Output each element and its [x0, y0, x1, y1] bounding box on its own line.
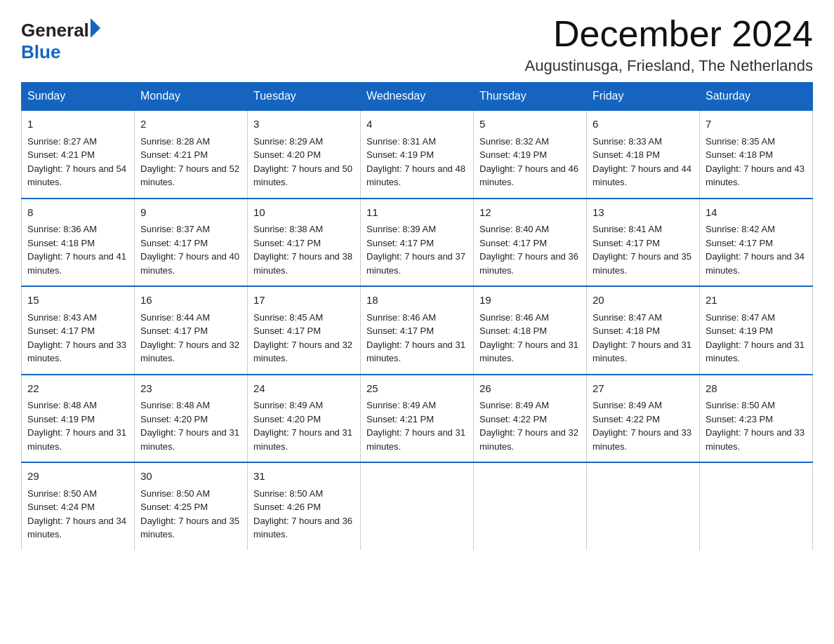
sunset-info: Sunset: 4:18 PM	[479, 326, 547, 336]
daylight-info: Daylight: 7 hours and 40 minutes.	[140, 251, 239, 276]
sunrise-info: Sunrise: 8:47 AM	[706, 312, 775, 323]
day-cell-11: 11Sunrise: 8:39 AMSunset: 4:17 PMDayligh…	[361, 199, 474, 287]
sunset-info: Sunset: 4:20 PM	[253, 414, 321, 424]
daylight-info: Daylight: 7 hours and 33 minutes.	[706, 427, 805, 452]
sunrise-info: Sunrise: 8:44 AM	[140, 312, 210, 323]
daylight-info: Daylight: 7 hours and 31 minutes.	[479, 340, 578, 364]
sunrise-info: Sunrise: 8:49 AM	[593, 400, 662, 410]
sunrise-info: Sunrise: 8:50 AM	[253, 488, 323, 499]
sunset-info: Sunset: 4:19 PM	[27, 414, 95, 424]
day-number: 28	[706, 381, 807, 397]
daylight-info: Daylight: 7 hours and 36 minutes.	[479, 251, 578, 276]
sunset-info: Sunset: 4:26 PM	[253, 502, 321, 512]
logo: General Blue	[21, 20, 100, 63]
sunrise-info: Sunrise: 8:32 AM	[479, 136, 549, 147]
daylight-info: Daylight: 7 hours and 31 minutes.	[140, 427, 239, 452]
daylight-info: Daylight: 7 hours and 48 minutes.	[366, 163, 465, 188]
weekday-header-sunday: Sunday	[22, 83, 135, 111]
week-row-2: 8Sunrise: 8:36 AMSunset: 4:18 PMDaylight…	[22, 199, 813, 287]
day-number: 30	[140, 469, 241, 485]
day-cell-13: 13Sunrise: 8:41 AMSunset: 4:17 PMDayligh…	[587, 199, 700, 287]
daylight-info: Daylight: 7 hours and 31 minutes.	[27, 427, 126, 452]
sunrise-info: Sunrise: 8:50 AM	[27, 488, 97, 499]
daylight-info: Daylight: 7 hours and 41 minutes.	[27, 251, 126, 276]
week-row-3: 15Sunrise: 8:43 AMSunset: 4:17 PMDayligh…	[22, 286, 813, 375]
daylight-info: Daylight: 7 hours and 34 minutes.	[706, 251, 805, 276]
day-number: 27	[593, 381, 694, 397]
sunrise-info: Sunrise: 8:46 AM	[479, 312, 549, 323]
sunrise-info: Sunrise: 8:27 AM	[27, 136, 97, 147]
weekday-header-row: SundayMondayTuesdayWednesdayThursdayFrid…	[22, 83, 813, 111]
sunset-info: Sunset: 4:23 PM	[706, 414, 773, 424]
day-number: 1	[27, 116, 128, 133]
sunrise-info: Sunrise: 8:41 AM	[593, 224, 662, 234]
sunrise-info: Sunrise: 8:48 AM	[27, 400, 97, 410]
day-cell-10: 10Sunrise: 8:38 AMSunset: 4:17 PMDayligh…	[248, 199, 361, 287]
day-cell-9: 9Sunrise: 8:37 AMSunset: 4:17 PMDaylight…	[135, 199, 248, 287]
sunset-info: Sunset: 4:21 PM	[366, 414, 434, 424]
sunset-info: Sunset: 4:20 PM	[253, 149, 321, 160]
calendar-table: SundayMondayTuesdayWednesdayThursdayFrid…	[21, 82, 813, 550]
day-cell-7: 7Sunrise: 8:35 AMSunset: 4:18 PMDaylight…	[700, 110, 813, 199]
day-cell-3: 3Sunrise: 8:29 AMSunset: 4:20 PMDaylight…	[248, 110, 361, 199]
day-number: 4	[366, 116, 468, 133]
day-number: 24	[253, 381, 355, 397]
daylight-info: Daylight: 7 hours and 32 minutes.	[253, 340, 352, 364]
daylight-info: Daylight: 7 hours and 33 minutes.	[27, 340, 126, 364]
daylight-info: Daylight: 7 hours and 43 minutes.	[706, 163, 805, 188]
daylight-info: Daylight: 7 hours and 31 minutes.	[706, 340, 805, 364]
day-cell-15: 15Sunrise: 8:43 AMSunset: 4:17 PMDayligh…	[22, 286, 135, 375]
sunset-info: Sunset: 4:18 PM	[593, 326, 660, 336]
day-cell-1: 1Sunrise: 8:27 AMSunset: 4:21 PMDaylight…	[22, 110, 135, 199]
weekday-header-wednesday: Wednesday	[361, 83, 474, 111]
sunrise-info: Sunrise: 8:48 AM	[140, 400, 210, 410]
day-number: 2	[140, 116, 241, 133]
sunset-info: Sunset: 4:18 PM	[27, 238, 95, 248]
sunrise-info: Sunrise: 8:49 AM	[479, 400, 549, 410]
sunrise-info: Sunrise: 8:46 AM	[366, 312, 436, 323]
day-number: 14	[706, 205, 807, 221]
sunset-info: Sunset: 4:21 PM	[27, 149, 95, 160]
day-number: 17	[253, 293, 355, 309]
sunrise-info: Sunrise: 8:28 AM	[140, 136, 210, 147]
day-number: 20	[593, 293, 694, 309]
day-cell-8: 8Sunrise: 8:36 AMSunset: 4:18 PMDaylight…	[22, 199, 135, 287]
sunset-info: Sunset: 4:19 PM	[479, 149, 547, 160]
daylight-info: Daylight: 7 hours and 50 minutes.	[253, 163, 352, 188]
day-cell-30: 30Sunrise: 8:50 AMSunset: 4:25 PMDayligh…	[135, 462, 248, 550]
logo-arrow-icon	[91, 18, 100, 38]
daylight-info: Daylight: 7 hours and 52 minutes.	[140, 163, 239, 188]
day-cell-20: 20Sunrise: 8:47 AMSunset: 4:18 PMDayligh…	[587, 286, 700, 375]
day-cell-12: 12Sunrise: 8:40 AMSunset: 4:17 PMDayligh…	[474, 199, 587, 287]
day-number: 7	[706, 116, 807, 133]
day-number: 10	[253, 205, 355, 221]
sunrise-info: Sunrise: 8:47 AM	[593, 312, 662, 323]
day-cell-14: 14Sunrise: 8:42 AMSunset: 4:17 PMDayligh…	[700, 199, 813, 287]
day-number: 25	[366, 381, 468, 397]
sunset-info: Sunset: 4:17 PM	[27, 326, 95, 336]
sunset-info: Sunset: 4:17 PM	[253, 326, 321, 336]
daylight-info: Daylight: 7 hours and 32 minutes.	[140, 340, 239, 364]
day-cell-23: 23Sunrise: 8:48 AMSunset: 4:20 PMDayligh…	[135, 375, 248, 463]
daylight-info: Daylight: 7 hours and 31 minutes.	[366, 427, 465, 452]
day-cell-2: 2Sunrise: 8:28 AMSunset: 4:21 PMDaylight…	[135, 110, 248, 199]
sunset-info: Sunset: 4:22 PM	[479, 414, 547, 424]
daylight-info: Daylight: 7 hours and 31 minutes.	[593, 340, 691, 364]
sunset-info: Sunset: 4:21 PM	[140, 149, 208, 160]
daylight-info: Daylight: 7 hours and 35 minutes.	[593, 251, 691, 276]
day-number: 18	[366, 293, 468, 309]
sunrise-info: Sunrise: 8:31 AM	[366, 136, 436, 147]
day-number: 3	[253, 116, 355, 133]
daylight-info: Daylight: 7 hours and 44 minutes.	[593, 163, 691, 188]
week-row-1: 1Sunrise: 8:27 AMSunset: 4:21 PMDaylight…	[22, 110, 813, 199]
sunrise-info: Sunrise: 8:40 AM	[479, 224, 549, 234]
day-cell-5: 5Sunrise: 8:32 AMSunset: 4:19 PMDaylight…	[474, 110, 587, 199]
sunset-info: Sunset: 4:18 PM	[706, 149, 773, 160]
weekday-header-thursday: Thursday	[474, 83, 587, 111]
weekday-header-tuesday: Tuesday	[248, 83, 361, 111]
page-header: General Blue December 2024 Augustinusga,…	[21, 14, 813, 75]
sunset-info: Sunset: 4:19 PM	[366, 149, 434, 160]
day-number: 8	[27, 205, 128, 221]
day-cell-25: 25Sunrise: 8:49 AMSunset: 4:21 PMDayligh…	[361, 375, 474, 463]
title-block: December 2024 Augustinusga, Friesland, T…	[524, 14, 813, 75]
